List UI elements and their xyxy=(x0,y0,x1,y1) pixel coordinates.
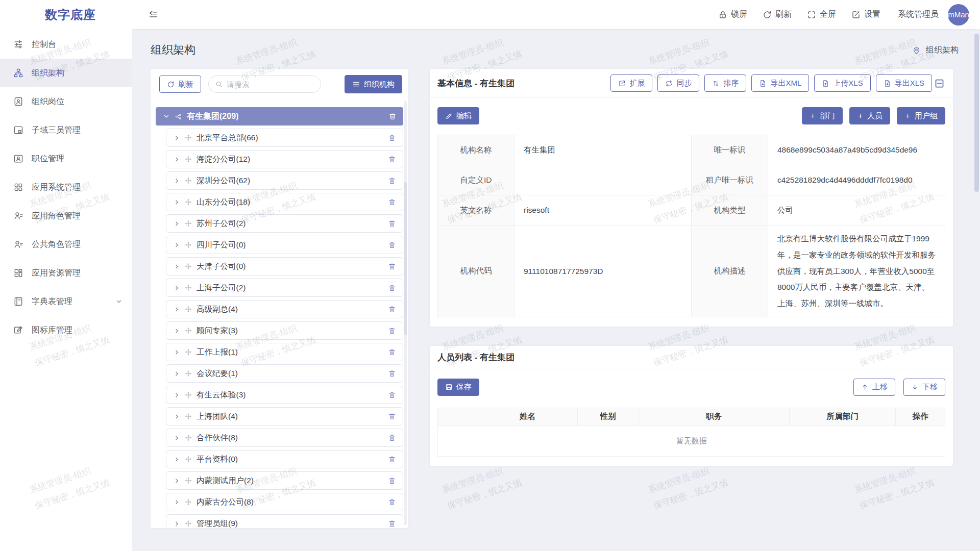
topbar-lock-screen-button[interactable]: 锁屏 xyxy=(718,9,747,20)
tree-search-input[interactable] xyxy=(227,80,314,89)
chevron-right-icon[interactable] xyxy=(174,520,180,527)
sidebar-item-console[interactable]: 控制台 xyxy=(0,30,132,59)
tree-node[interactable]: 上海子公司(2) xyxy=(166,279,403,297)
chevron-right-icon[interactable] xyxy=(174,392,180,398)
collapse-panel-icon[interactable] xyxy=(934,78,945,89)
drag-handle-icon[interactable] xyxy=(185,263,192,270)
tree-node[interactable]: 合作伙伴(8) xyxy=(166,429,403,447)
tree-scrollbar[interactable] xyxy=(404,101,407,525)
drag-handle-icon[interactable] xyxy=(185,198,192,206)
org-agency-button[interactable]: 组织机构 xyxy=(345,75,402,93)
sidebar-item-app-role-mgmt[interactable]: 应用角色管理 xyxy=(0,202,132,230)
trash-icon[interactable] xyxy=(388,155,396,163)
tree-node[interactable]: 内蒙测试用户(2) xyxy=(166,471,403,490)
tree-node[interactable]: 管理员组(9) xyxy=(166,514,403,528)
upload-xls-button[interactable]: 上传XLS xyxy=(814,74,870,92)
move-down-button[interactable]: 下移 xyxy=(903,379,945,396)
chevron-right-icon[interactable] xyxy=(174,220,180,227)
trash-icon[interactable] xyxy=(388,455,396,463)
drag-handle-icon[interactable] xyxy=(185,327,192,334)
sidebar-item-dict-table-mgmt[interactable]: 字典表管理 xyxy=(0,287,132,316)
menu-fold-icon[interactable] xyxy=(148,9,158,20)
trash-icon[interactable] xyxy=(388,519,396,528)
export-xml-button[interactable]: 导出XML xyxy=(751,74,809,92)
chevron-right-icon[interactable] xyxy=(174,306,180,313)
sort-button[interactable]: 排序 xyxy=(704,74,746,92)
tree-node[interactable]: 北京平台总部(66) xyxy=(166,129,403,147)
sidebar-item-public-role-mgmt[interactable]: 公共角色管理 xyxy=(0,230,132,259)
sync-button[interactable]: 同步 xyxy=(657,74,699,92)
drag-handle-icon[interactable] xyxy=(185,520,192,527)
drag-handle-icon[interactable] xyxy=(185,348,192,356)
export-xls-button[interactable]: 导出XLS xyxy=(876,74,932,92)
chevron-right-icon[interactable] xyxy=(174,370,180,377)
drag-handle-icon[interactable] xyxy=(185,370,192,377)
trash-icon[interactable] xyxy=(388,198,396,206)
tree-node[interactable]: 工作上报(1) xyxy=(166,343,403,361)
sidebar-item-subdomain-admin[interactable]: 子域三员管理 xyxy=(0,116,132,144)
chevron-right-icon[interactable] xyxy=(174,156,180,163)
trash-icon[interactable] xyxy=(388,348,396,356)
sidebar-item-org-structure[interactable]: 组织架构 xyxy=(0,59,132,87)
chevron-right-icon[interactable] xyxy=(174,263,180,270)
drag-handle-icon[interactable] xyxy=(185,156,192,163)
sidebar-item-position-mgmt[interactable]: 职位管理 xyxy=(0,144,132,173)
tree-node[interactable]: 高级副总(4) xyxy=(166,300,403,318)
drag-handle-icon[interactable] xyxy=(185,220,192,227)
drag-handle-icon[interactable] xyxy=(185,498,192,506)
trash-icon[interactable] xyxy=(388,498,396,506)
trash-icon[interactable] xyxy=(388,477,396,485)
trash-icon[interactable] xyxy=(388,391,396,399)
chevron-right-icon[interactable] xyxy=(174,199,180,206)
tree-node[interactable]: 深圳分公司(62) xyxy=(166,171,403,190)
chevron-right-icon[interactable] xyxy=(174,328,180,334)
trash-icon[interactable] xyxy=(388,327,396,335)
trash-icon[interactable] xyxy=(388,434,396,442)
add-user-group-button[interactable]: 用户组 xyxy=(897,107,945,124)
tree-root-node[interactable]: 有生集团(209) xyxy=(156,107,403,126)
current-user-name[interactable]: 系统管理员 xyxy=(898,9,939,20)
trash-icon[interactable] xyxy=(388,177,396,185)
drag-handle-icon[interactable] xyxy=(185,177,192,184)
tree-node[interactable]: 山东分公司(18) xyxy=(166,193,403,211)
trash-icon[interactable] xyxy=(388,412,396,420)
trash-icon[interactable] xyxy=(388,134,396,142)
add-department-button[interactable]: 部门 xyxy=(802,107,843,124)
drag-handle-icon[interactable] xyxy=(185,284,192,291)
tree-node[interactable]: 苏州子公司(2) xyxy=(166,214,403,233)
topbar-fullscreen-button[interactable]: 全屏 xyxy=(807,9,836,20)
page-scrollbar[interactable] xyxy=(974,31,979,549)
sidebar-item-org-post[interactable]: 组织岗位 xyxy=(0,87,132,116)
add-person-button[interactable]: 人员 xyxy=(849,107,890,124)
chevron-right-icon[interactable] xyxy=(174,456,180,463)
tree-node[interactable]: 会议纪要(1) xyxy=(166,364,403,383)
topbar-refresh-button[interactable]: 刷新 xyxy=(763,9,792,20)
chevron-right-icon[interactable] xyxy=(174,435,180,441)
drag-handle-icon[interactable] xyxy=(185,391,192,398)
trash-icon[interactable] xyxy=(388,369,396,378)
drag-handle-icon[interactable] xyxy=(185,241,192,248)
chevron-right-icon[interactable] xyxy=(174,285,180,291)
avatar[interactable]: mMan xyxy=(948,4,969,26)
trash-icon[interactable] xyxy=(388,241,396,249)
expand-button[interactable]: 扩展 xyxy=(610,74,652,92)
trash-icon[interactable] xyxy=(388,219,396,228)
sidebar-item-app-system-mgmt[interactable]: 应用系统管理 xyxy=(0,173,132,202)
chevron-right-icon[interactable] xyxy=(174,242,180,248)
chevron-right-icon[interactable] xyxy=(174,178,180,184)
tree-node[interactable]: 上海团队(4) xyxy=(166,407,403,425)
trash-icon[interactable] xyxy=(388,112,397,120)
trash-icon[interactable] xyxy=(388,284,396,292)
trash-icon[interactable] xyxy=(388,305,396,313)
tree-node[interactable]: 天津子公司(0) xyxy=(166,257,403,276)
tree-node[interactable]: 海淀分公司(12) xyxy=(166,150,403,168)
tree-node[interactable]: 有生云体验(3) xyxy=(166,386,403,404)
drag-handle-icon[interactable] xyxy=(185,477,192,484)
drag-handle-icon[interactable] xyxy=(185,434,192,441)
sidebar-item-app-resource-mgmt[interactable]: 应用资源管理 xyxy=(0,259,132,287)
trash-icon[interactable] xyxy=(388,262,396,270)
sidebar-item-icon-lib-mgmt[interactable]: 图标库管理 xyxy=(0,316,132,344)
chevron-right-icon[interactable] xyxy=(174,349,180,356)
chevron-right-icon[interactable] xyxy=(174,413,180,420)
edit-button[interactable]: 编辑 xyxy=(437,107,479,124)
